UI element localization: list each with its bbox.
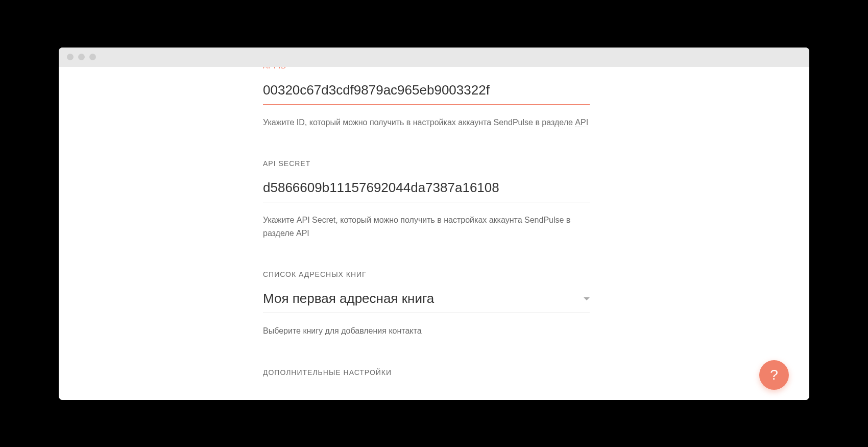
address-book-field-group: СПИСОК АДРЕСНЫХ КНИГ Моя первая адресная…	[263, 270, 590, 338]
address-book-hint: Выберите книгу для добавления контакта	[263, 324, 590, 338]
minimize-window-button[interactable]	[78, 54, 85, 60]
api-secret-hint: Укажите API Secret, который можно получи…	[263, 214, 590, 240]
api-id-label: API ID	[263, 67, 590, 70]
address-book-selected-value: Моя первая адресная книга	[263, 291, 434, 307]
additional-settings-heading: ДОПОЛНИТЕЛЬНЫЕ НАСТРОЙКИ	[263, 368, 590, 377]
content-scroll-area[interactable]: API ID Укажите ID, который можно получит…	[59, 67, 809, 400]
api-id-hint: Укажите ID, который можно получить в нас…	[263, 116, 590, 129]
address-book-label: СПИСОК АДРЕСНЫХ КНИГ	[263, 270, 590, 278]
close-window-button[interactable]	[67, 54, 74, 60]
api-id-input[interactable]	[263, 79, 590, 105]
api-secret-label: API SECRET	[263, 159, 590, 168]
window-controls	[67, 54, 96, 60]
api-id-field-group: API ID Укажите ID, который можно получит…	[263, 67, 590, 129]
app-window: API ID Укажите ID, который можно получит…	[59, 48, 809, 400]
window-titlebar	[59, 48, 809, 67]
api-id-hint-link[interactable]: API	[575, 118, 588, 127]
question-mark-icon: ?	[770, 367, 778, 383]
scroll-spacer	[263, 377, 590, 400]
api-id-hint-text: Укажите ID, который можно получить в нас…	[263, 118, 575, 127]
address-book-select[interactable]: Моя первая адресная книга	[263, 288, 590, 313]
api-secret-field-group: API SECRET Укажите API Secret, который м…	[263, 159, 590, 240]
form-container: API ID Укажите ID, который можно получит…	[263, 67, 590, 400]
maximize-window-button[interactable]	[89, 54, 96, 60]
help-button[interactable]: ?	[759, 360, 789, 390]
chevron-down-icon	[584, 297, 590, 300]
api-secret-input[interactable]	[263, 177, 590, 202]
